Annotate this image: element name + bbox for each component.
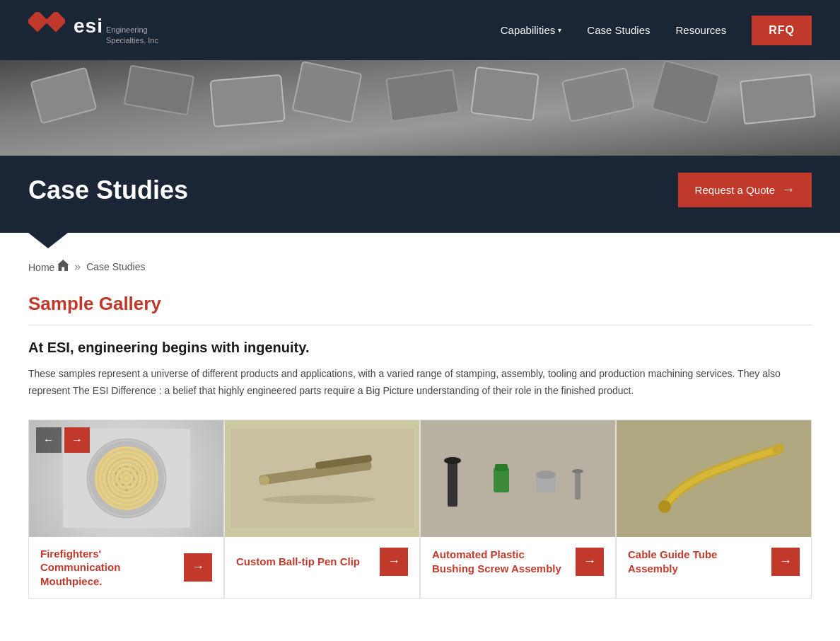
gallery-caption-text-2: Custom Ball-tip Pen Clip bbox=[236, 555, 373, 569]
svg-point-34 bbox=[115, 483, 117, 486]
svg-point-30 bbox=[118, 478, 121, 480]
svg-point-26 bbox=[129, 472, 132, 475]
logo-sub-line1: Engineering bbox=[106, 25, 158, 35]
svg-point-18 bbox=[111, 466, 114, 469]
svg-point-40 bbox=[132, 489, 135, 492]
svg-point-35 bbox=[122, 483, 124, 486]
breadcrumb-separator: » bbox=[74, 260, 81, 273]
gallery-image-4 bbox=[617, 420, 811, 537]
intro-heading: At ESI, engineering begins with ingenuit… bbox=[28, 340, 812, 356]
svg-point-23 bbox=[107, 472, 110, 475]
breadcrumb-current: Case Studies bbox=[86, 261, 145, 272]
gallery-caption-4: Cable Guide Tube Assembly → bbox=[617, 537, 811, 587]
breadcrumb-home[interactable]: Home bbox=[28, 260, 69, 273]
gallery-caption-1: Firefighters' Communication Mouthpiece. … bbox=[29, 537, 223, 599]
svg-point-36 bbox=[129, 483, 132, 486]
svg-rect-7 bbox=[386, 70, 458, 122]
gallery-item-link-1[interactable]: → bbox=[184, 553, 212, 582]
svg-point-20 bbox=[125, 466, 128, 469]
logo-sub-line2: Specialties, Inc bbox=[106, 35, 158, 45]
svg-point-15 bbox=[100, 451, 153, 505]
content-section: Sample Gallery At ESI, engineering begin… bbox=[0, 279, 840, 627]
svg-point-14 bbox=[93, 444, 161, 512]
breadcrumb: Home » Case Studies bbox=[28, 260, 812, 273]
chevron-down-icon: ▾ bbox=[558, 26, 561, 34]
logo-icon bbox=[28, 12, 65, 49]
page-title: Case Studies bbox=[28, 175, 188, 205]
gallery-item-2[interactable]: Custom Ball-tip Pen Clip → bbox=[224, 420, 420, 599]
svg-point-25 bbox=[122, 472, 124, 475]
svg-point-28 bbox=[143, 472, 146, 475]
nav-case-studies[interactable]: Case Studies bbox=[587, 24, 650, 36]
gallery-nav-arrows: ← → bbox=[36, 427, 90, 453]
svg-point-33 bbox=[139, 478, 142, 480]
svg-rect-51 bbox=[495, 464, 508, 471]
title-triangle-decoration bbox=[28, 233, 68, 248]
svg-point-29 bbox=[111, 478, 114, 480]
gallery-next-button[interactable]: → bbox=[64, 427, 90, 453]
site-header: esi Engineering Specialties, Inc Capabil… bbox=[0, 0, 840, 60]
svg-rect-56 bbox=[622, 429, 806, 528]
page-title-section: Case Studies Request a Quote → bbox=[0, 156, 840, 233]
svg-rect-11 bbox=[740, 74, 815, 124]
svg-rect-5 bbox=[210, 75, 284, 127]
rfq-button[interactable]: RFQ bbox=[752, 16, 812, 45]
gallery-item-4[interactable]: Cable Guide Tube Assembly → bbox=[616, 420, 812, 599]
gallery-image-3 bbox=[421, 420, 615, 537]
svg-rect-48 bbox=[448, 461, 457, 507]
svg-rect-1 bbox=[45, 12, 65, 33]
gallery-caption-text-1: Firefighters' Communication Mouthpiece. bbox=[40, 547, 177, 589]
svg-point-41 bbox=[90, 441, 163, 515]
arrow-right-icon: → bbox=[782, 183, 795, 197]
svg-point-22 bbox=[139, 466, 142, 469]
gallery-prev-button[interactable]: ← bbox=[36, 427, 62, 453]
gallery-title: Sample Gallery bbox=[28, 293, 812, 315]
svg-point-55 bbox=[572, 469, 583, 473]
gallery-item-1[interactable]: ← → bbox=[28, 420, 224, 599]
svg-point-16 bbox=[107, 458, 146, 498]
svg-point-24 bbox=[115, 472, 117, 475]
logo-text: esi bbox=[74, 15, 103, 37]
svg-point-49 bbox=[444, 457, 461, 464]
gallery-image-2 bbox=[225, 420, 419, 537]
gallery-item-link-2[interactable]: → bbox=[380, 548, 408, 576]
svg-point-17 bbox=[114, 466, 139, 491]
gallery-item-link-3[interactable]: → bbox=[576, 548, 604, 576]
hero-banner-image bbox=[0, 60, 840, 156]
logo-area: esi Engineering Specialties, Inc bbox=[28, 12, 158, 49]
breadcrumb-section: Home » Case Studies bbox=[0, 248, 840, 279]
hero-banner bbox=[0, 60, 840, 156]
svg-point-19 bbox=[118, 466, 121, 469]
svg-point-32 bbox=[132, 478, 135, 480]
svg-point-53 bbox=[536, 470, 556, 479]
intro-text: These samples represent a universe of di… bbox=[28, 366, 812, 400]
svg-point-37 bbox=[136, 483, 139, 486]
request-quote-button[interactable]: Request a Quote → bbox=[678, 173, 812, 207]
svg-rect-8 bbox=[471, 67, 538, 120]
svg-point-38 bbox=[118, 489, 121, 492]
svg-point-45 bbox=[259, 475, 269, 485]
gallery-caption-2: Custom Ball-tip Pen Clip → bbox=[225, 537, 419, 587]
svg-point-27 bbox=[136, 472, 139, 475]
svg-rect-50 bbox=[494, 468, 509, 492]
svg-point-31 bbox=[125, 478, 128, 480]
nav-resources[interactable]: Resources bbox=[676, 24, 727, 36]
gallery-caption-text-3: Automated Plastic Bushing Screw Assembly bbox=[432, 548, 568, 575]
svg-rect-0 bbox=[28, 12, 49, 33]
svg-point-46 bbox=[262, 495, 375, 504]
gallery-divider bbox=[28, 325, 812, 325]
gallery-item-link-4[interactable]: → bbox=[771, 548, 800, 576]
svg-point-57 bbox=[658, 500, 671, 513]
home-icon bbox=[57, 260, 69, 271]
gallery-grid: ← → bbox=[28, 420, 812, 599]
gallery-caption-text-4: Cable Guide Tube Assembly bbox=[628, 548, 764, 575]
gallery-caption-3: Automated Plastic Bushing Screw Assembly… bbox=[421, 537, 615, 587]
svg-point-39 bbox=[125, 489, 128, 492]
svg-rect-54 bbox=[575, 471, 581, 499]
svg-point-21 bbox=[132, 466, 135, 469]
nav-capabilities[interactable]: Capabilities ▾ bbox=[501, 24, 562, 36]
svg-rect-42 bbox=[231, 429, 414, 528]
gallery-item-3[interactable]: Automated Plastic Bushing Screw Assembly… bbox=[420, 420, 616, 599]
main-nav: Capabilities ▾ Case Studies Resources RF… bbox=[501, 16, 812, 45]
svg-point-13 bbox=[88, 439, 165, 517]
